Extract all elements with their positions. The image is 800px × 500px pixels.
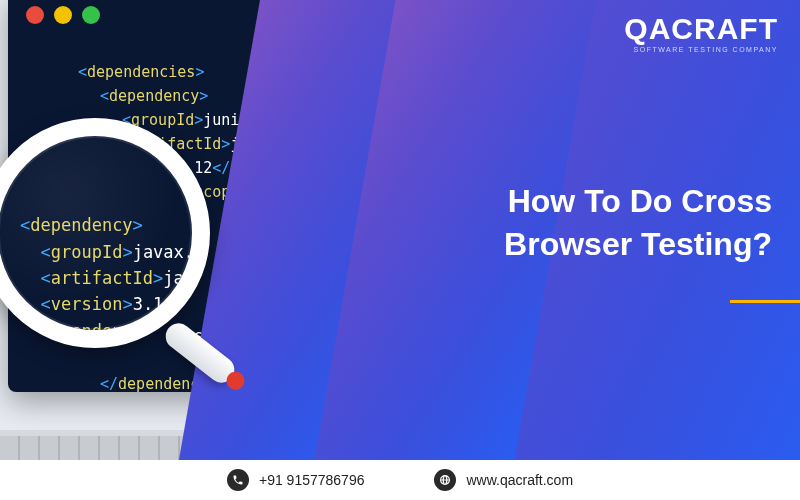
- code-token: <: [40, 242, 50, 262]
- globe-icon: [434, 469, 456, 491]
- code-token: groupId: [51, 242, 123, 262]
- footer-website: www.qacraft.com: [434, 469, 573, 491]
- code-token: </: [212, 159, 230, 177]
- contact-footer: +91 9157786796 www.qacraft.com: [0, 460, 800, 500]
- logo-text-craft: CRAFT: [671, 12, 778, 45]
- code-token: dependency: [40, 321, 142, 341]
- footer-phone-text: +91 9157786796: [259, 472, 365, 488]
- code-token: >: [143, 321, 153, 341]
- code-token: dependency: [30, 215, 132, 235]
- window-traffic-lights: [26, 6, 100, 24]
- code-token: >: [153, 268, 163, 288]
- logo-text-qa: QA: [624, 12, 671, 45]
- logo-tagline: SOFTWARE TESTING COMPANY: [624, 46, 778, 53]
- banner-title: How To Do Cross Browser Testing?: [412, 180, 772, 266]
- code-token: 3.1.0: [133, 294, 184, 314]
- minimize-dot-icon: [54, 6, 72, 24]
- footer-phone: +91 9157786796: [227, 469, 365, 491]
- code-token: <: [100, 87, 109, 105]
- close-dot-icon: [26, 6, 44, 24]
- maximize-dot-icon: [82, 6, 100, 24]
- brand-logo: QACRAFT SOFTWARE TESTING COMPANY: [624, 14, 778, 53]
- code-token: <: [40, 268, 50, 288]
- code-token: </v: [184, 294, 210, 314]
- code-token: >: [133, 215, 143, 235]
- code-token: dependency: [109, 87, 199, 105]
- banner-title-line2: Browser Testing?: [504, 226, 772, 262]
- code-token: javax.s: [163, 268, 210, 288]
- accent-underline: [730, 300, 800, 303]
- magnifier-icon: <dependency> <groupId>javax.s <artifactI…: [0, 118, 210, 348]
- code-token: </: [100, 375, 118, 393]
- code-token: >: [195, 63, 204, 81]
- code-token: <: [40, 294, 50, 314]
- code-token: >: [199, 87, 208, 105]
- code-token: </: [20, 321, 40, 341]
- code-token: <: [20, 215, 30, 235]
- code-token: >: [122, 294, 132, 314]
- magnifier-lens: <dependency> <groupId>javax.s <artifactI…: [0, 118, 210, 348]
- code-token: <: [78, 63, 87, 81]
- code-token: javax.s: [133, 242, 205, 262]
- footer-website-text: www.qacraft.com: [466, 472, 573, 488]
- code-token: artifactId: [51, 268, 153, 288]
- code-token: version: [51, 294, 123, 314]
- code-token: dependencies: [87, 63, 195, 81]
- code-token: >: [122, 242, 132, 262]
- phone-icon: [227, 469, 249, 491]
- banner-title-line1: How To Do Cross: [508, 183, 772, 219]
